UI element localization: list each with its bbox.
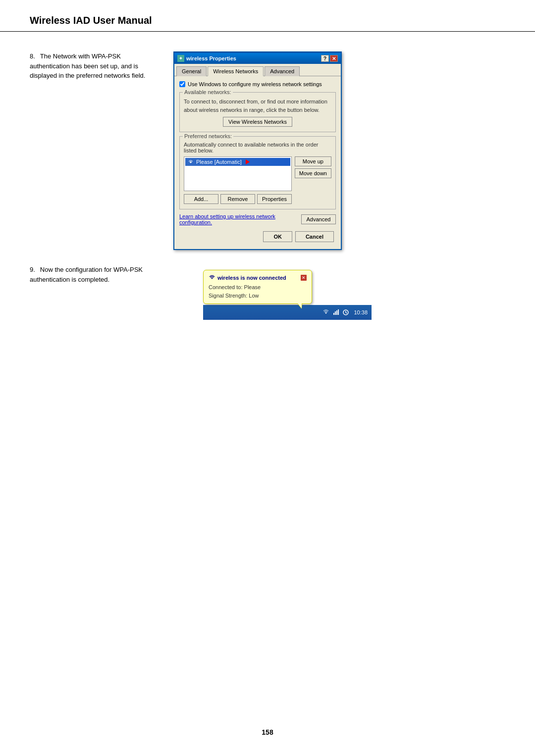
page-header: Wireless IAD User Manual (0, 0, 535, 32)
add-button[interactable]: Add... (184, 194, 218, 204)
preferred-networks-label: Preferred networks: (183, 133, 233, 139)
page-content: 8.The Network with WPA-PSK authenticatio… (0, 42, 535, 330)
network-wifi-icon (187, 159, 194, 165)
step-8-number: 8. (30, 52, 35, 60)
titlebar-buttons: ? ✕ (321, 55, 338, 62)
wireless-properties-dialog: ✦ wireless Properties ? ✕ General Wirele… (173, 51, 342, 250)
tray-icon-1 (322, 308, 330, 316)
tab-general[interactable]: General (176, 66, 207, 76)
notification-balloon: wireless is now connected ✕ Connected to… (203, 270, 312, 304)
cancel-button[interactable]: Cancel (295, 231, 334, 242)
balloon-title-row: wireless is now connected ✕ (209, 274, 307, 281)
manual-title: Wireless IAD User Manual (30, 15, 505, 26)
preferred-networks-list-area: Please [Automatic] Move up Move down (184, 156, 331, 191)
remove-button[interactable]: Remove (220, 194, 255, 204)
learn-link[interactable]: Learn about setting up wireless network … (179, 213, 301, 225)
move-buttons: Move up Move down (295, 156, 331, 191)
dialog-title-icon: ✦ (177, 55, 184, 62)
view-wireless-networks-button[interactable]: View Wireless Networks (223, 117, 292, 127)
available-networks-group: Available networks: To connect to, disco… (179, 92, 336, 132)
properties-button[interactable]: Properties (257, 194, 292, 204)
use-windows-checkbox[interactable] (179, 81, 185, 87)
balloon-connected-to: Connected to: Please Signal Strength: Lo… (209, 283, 307, 300)
balloon-tail (298, 303, 302, 308)
step-8-row: 8.The Network with WPA-PSK authenticatio… (30, 51, 505, 250)
dialog-body: Use Windows to configure my wireless net… (174, 76, 341, 249)
available-networks-text: To connect to, disconnect from, or find … (184, 99, 327, 113)
network-item-name: Please [Automatic] (196, 159, 242, 165)
balloon-close-button[interactable]: ✕ (301, 275, 307, 281)
step-9-row: 9.Now the configuration for WPA-PSK auth… (30, 265, 505, 320)
dialog-titlebar: ✦ wireless Properties ? ✕ (174, 53, 341, 64)
action-buttons-row: Add... Remove Properties (184, 194, 331, 204)
help-button[interactable]: ? (321, 55, 329, 62)
wifi-signal-icon (209, 274, 215, 281)
move-down-button[interactable]: Move down (295, 168, 331, 178)
page-number: 158 (262, 728, 273, 736)
preferred-networks-inner: Automatically connect to available netwo… (180, 139, 335, 209)
system-clock: 10:38 (354, 309, 368, 315)
svg-rect-3 (338, 309, 339, 315)
page-footer: 158 (0, 728, 535, 736)
step-9-visuals: wireless is now connected ✕ Connected to… (173, 265, 372, 320)
taskbar-icons: 10:38 (322, 308, 368, 316)
preferred-networks-list: Please [Automatic] (184, 156, 292, 191)
checkbox-row: Use Windows to configure my wireless net… (179, 81, 336, 87)
ok-cancel-row: OK Cancel (179, 229, 336, 244)
taskbar-strip: 10:38 (203, 305, 372, 320)
ok-button[interactable]: OK (263, 231, 292, 242)
preferred-networks-desc: Automatically connect to available netwo… (184, 142, 331, 153)
step-8-description: The Network with WPA-PSK authentication … (30, 52, 145, 79)
step-8-text: 8.The Network with WPA-PSK authenticatio… (30, 51, 159, 81)
step-9-text: 9.Now the configuration for WPA-PSK auth… (30, 265, 159, 284)
tab-advanced[interactable]: Advanced (265, 66, 300, 76)
step-9-number: 9. (30, 266, 35, 273)
move-up-button[interactable]: Move up (295, 156, 331, 166)
advanced-button[interactable]: Advanced (301, 214, 336, 224)
dialog-title: wireless Properties (186, 55, 236, 61)
svg-rect-1 (335, 311, 336, 315)
network-arrow-icon (246, 159, 250, 164)
balloon-title: wireless is now connected (209, 274, 286, 281)
learn-row: Learn about setting up wireless network … (179, 213, 336, 225)
tray-icon-3 (342, 308, 350, 316)
close-button[interactable]: ✕ (330, 55, 338, 62)
dialog-tabs: General Wireless Networks Advanced (174, 64, 341, 76)
tab-wireless-networks[interactable]: Wireless Networks (208, 66, 264, 76)
use-windows-label: Use Windows to configure my wireless net… (188, 81, 322, 87)
available-networks-desc: To connect to, disconnect from, or find … (184, 98, 331, 127)
tray-icon-2 (332, 308, 340, 316)
available-networks-label: Available networks: (183, 89, 233, 95)
preferred-networks-group: Preferred networks: Automatically connec… (179, 136, 336, 209)
titlebar-left: ✦ wireless Properties (177, 55, 236, 62)
network-list-item[interactable]: Please [Automatic] (185, 158, 290, 166)
svg-rect-2 (336, 310, 337, 315)
step-9-description: Now the configuration for WPA-PSK authen… (30, 266, 143, 283)
svg-rect-0 (333, 313, 334, 315)
